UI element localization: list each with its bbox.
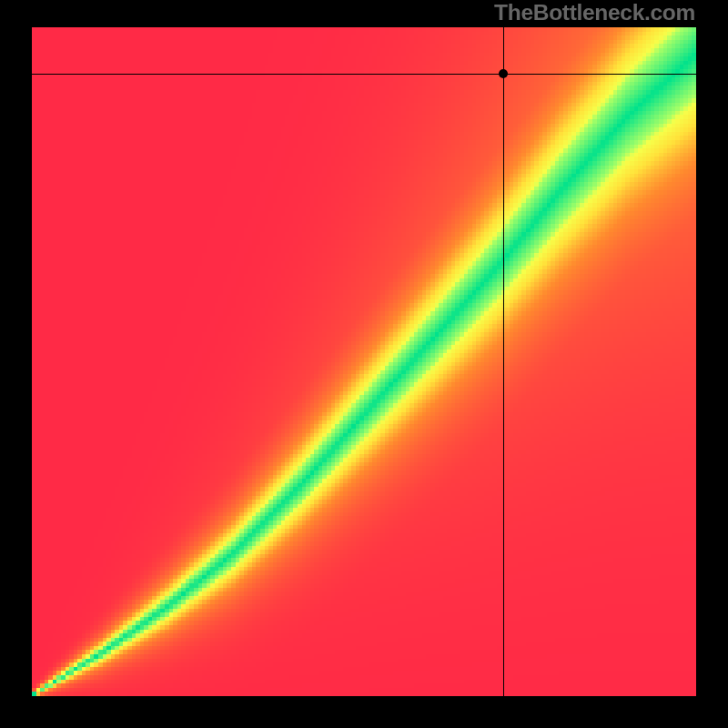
bottleneck-heatmap — [32, 27, 696, 696]
app-root: TheBottleneck.com — [0, 0, 728, 728]
watermark-text: TheBottleneck.com — [494, 0, 695, 25]
heatmap-canvas — [32, 27, 696, 696]
